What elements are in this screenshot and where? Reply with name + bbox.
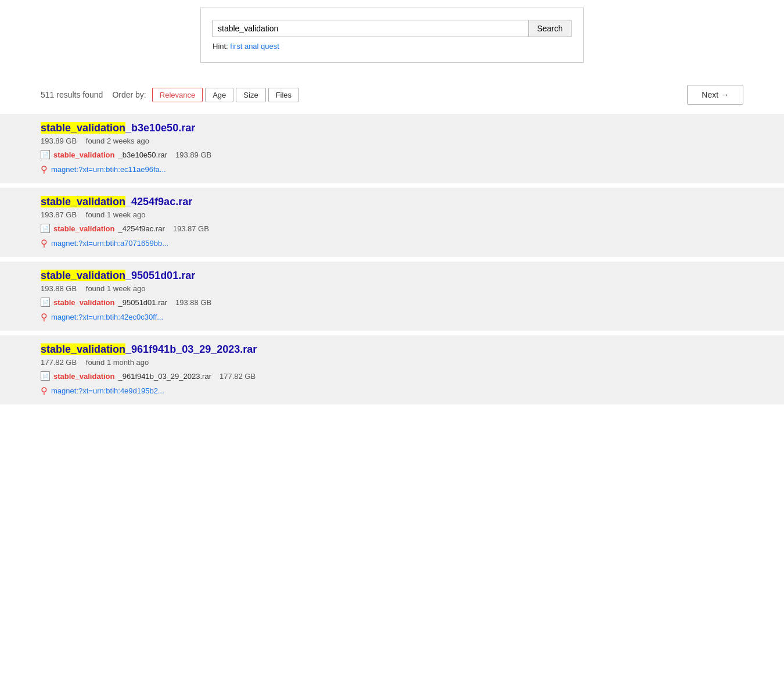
result-title-rest: _b3e10e50.rar	[125, 122, 195, 134]
result-meta: 193.87 GB found 1 week ago	[41, 210, 743, 219]
file-name-highlight: stable_validation	[53, 372, 114, 381]
file-name-rest: _4254f9ac.rar	[118, 224, 164, 233]
order-size-button[interactable]: Size	[236, 88, 265, 102]
order-age-button[interactable]: Age	[205, 88, 233, 102]
magnet-row: ⚲ magnet:?xt=urn:btih:42ec0c30ff...	[41, 311, 743, 323]
result-title-rest: _95051d01.rar	[125, 270, 195, 281]
file-icon: 📄	[41, 371, 50, 381]
hint-row: Hint: first anal quest	[213, 42, 571, 51]
file-icon: 📄	[41, 298, 50, 307]
result-meta: 193.88 GB found 1 week ago	[41, 284, 743, 293]
file-name-highlight: stable_validation	[53, 224, 114, 233]
next-button[interactable]: Next →	[687, 85, 743, 105]
magnet-link[interactable]: magnet:?xt=urn:btih:4e9d195b2...	[51, 386, 164, 395]
hint-link[interactable]: first anal quest	[230, 42, 279, 51]
result-item: stable_validation_95051d01.rar 193.88 GB…	[0, 262, 784, 331]
result-title-link[interactable]: stable_validation_961f941b_03_29_2023.ra…	[41, 343, 257, 355]
magnet-row: ⚲ magnet:?xt=urn:btih:ec11ae96fa...	[41, 164, 743, 175]
order-relevance-button[interactable]: Relevance	[152, 88, 203, 102]
result-found: found 1 week ago	[86, 284, 146, 293]
magnet-link[interactable]: magnet:?xt=urn:btih:42ec0c30ff...	[51, 313, 163, 321]
result-found: found 1 month ago	[86, 358, 149, 367]
result-title-highlight: stable_validation	[41, 196, 125, 207]
results-list: stable_validation_b3e10e50.rar 193.89 GB…	[0, 114, 784, 404]
result-title-highlight: stable_validation	[41, 122, 125, 134]
order-buttons: Relevance Age Size Files	[152, 88, 299, 102]
result-title-highlight: stable_validation	[41, 343, 125, 355]
file-name-highlight: stable_validation	[53, 151, 114, 159]
search-button[interactable]: Search	[529, 20, 571, 37]
magnet-icon: ⚲	[41, 164, 48, 175]
result-size: 193.87 GB	[41, 210, 77, 219]
result-size: 177.82 GB	[41, 358, 77, 367]
magnet-icon: ⚲	[41, 238, 48, 249]
magnet-icon: ⚲	[41, 385, 48, 396]
result-title-link[interactable]: stable_validation_b3e10e50.rar	[41, 122, 195, 134]
magnet-link[interactable]: magnet:?xt=urn:btih:a7071659bb...	[51, 239, 168, 248]
file-size: 193.87 GB	[173, 224, 209, 233]
result-found: found 1 week ago	[86, 210, 146, 219]
magnet-row: ⚲ magnet:?xt=urn:btih:a7071659bb...	[41, 238, 743, 249]
file-size: 193.89 GB	[175, 151, 211, 159]
result-meta: 177.82 GB found 1 month ago	[41, 358, 743, 367]
magnet-link[interactable]: magnet:?xt=urn:btih:ec11ae96fa...	[51, 165, 166, 174]
search-box: Search Hint: first anal quest	[200, 8, 584, 63]
order-label: Order by:	[112, 90, 146, 99]
search-input[interactable]	[213, 20, 529, 37]
result-item: stable_validation_b3e10e50.rar 193.89 GB…	[0, 114, 784, 183]
result-size: 193.88 GB	[41, 284, 77, 293]
result-found: found 2 weeks ago	[86, 137, 149, 145]
result-title-rest: _961f941b_03_29_2023.rar	[125, 343, 257, 355]
result-item: stable_validation_4254f9ac.rar 193.87 GB…	[0, 188, 784, 257]
order-files-button[interactable]: Files	[268, 88, 299, 102]
result-item: stable_validation_961f941b_03_29_2023.ra…	[0, 335, 784, 404]
result-file-row: 📄 stable_validation_b3e10e50.rar 193.89 …	[41, 150, 743, 159]
hint-prefix: Hint:	[213, 42, 228, 51]
result-title-link[interactable]: stable_validation_95051d01.rar	[41, 270, 195, 281]
search-area: Search Hint: first anal quest	[0, 8, 784, 63]
file-name-rest: _95051d01.rar	[118, 298, 167, 307]
file-icon: 📄	[41, 150, 50, 159]
file-name-rest: _b3e10e50.rar	[118, 151, 167, 159]
result-file-row: 📄 stable_validation_95051d01.rar 193.88 …	[41, 298, 743, 307]
search-row: Search	[213, 20, 571, 37]
results-bar: 511 results found Order by: Relevance Ag…	[0, 80, 784, 109]
file-size: 177.82 GB	[220, 372, 256, 381]
file-size: 193.88 GB	[175, 298, 211, 307]
result-size: 193.89 GB	[41, 137, 77, 145]
result-title-highlight: stable_validation	[41, 270, 125, 281]
file-name-highlight: stable_validation	[53, 298, 114, 307]
result-file-row: 📄 stable_validation_4254f9ac.rar 193.87 …	[41, 224, 743, 233]
result-title-rest: _4254f9ac.rar	[125, 196, 192, 207]
results-count: 511 results found	[41, 90, 103, 99]
file-name-rest: _961f941b_03_29_2023.rar	[118, 372, 211, 381]
result-title-link[interactable]: stable_validation_4254f9ac.rar	[41, 196, 192, 207]
result-meta: 193.89 GB found 2 weeks ago	[41, 137, 743, 145]
magnet-icon: ⚲	[41, 311, 48, 323]
magnet-row: ⚲ magnet:?xt=urn:btih:4e9d195b2...	[41, 385, 743, 396]
file-icon: 📄	[41, 224, 50, 233]
result-file-row: 📄 stable_validation_961f941b_03_29_2023.…	[41, 371, 743, 381]
